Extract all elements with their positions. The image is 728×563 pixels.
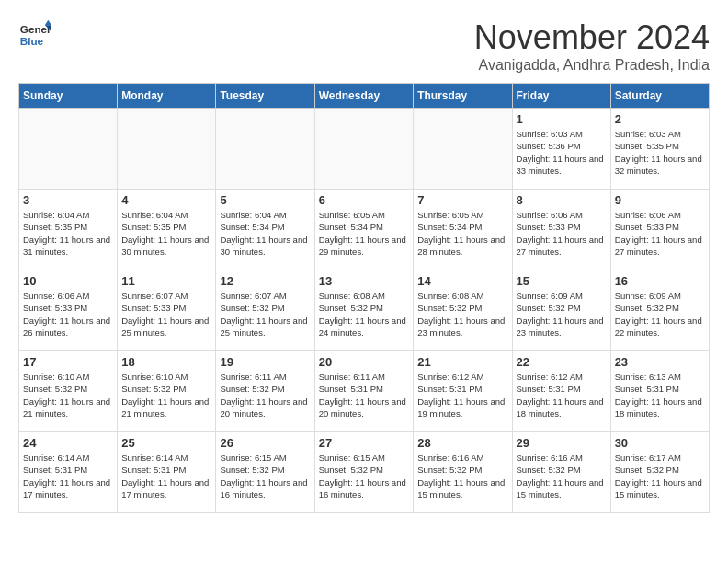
- calendar-cell: 17Sunrise: 6:10 AMSunset: 5:32 PMDayligh…: [19, 351, 118, 432]
- day-number: 18: [121, 355, 211, 369]
- calendar-cell: 16Sunrise: 6:09 AMSunset: 5:32 PMDayligh…: [610, 270, 709, 351]
- day-number: 28: [417, 436, 507, 450]
- calendar-week-1: 1Sunrise: 6:03 AMSunset: 5:36 PMDaylight…: [19, 109, 710, 190]
- day-number: 9: [615, 193, 705, 207]
- day-number: 8: [517, 193, 607, 207]
- weekday-header-tuesday: Tuesday: [216, 84, 314, 109]
- calendar-cell: 11Sunrise: 6:07 AMSunset: 5:33 PMDayligh…: [118, 270, 216, 351]
- day-info: Sunrise: 6:11 AMSunset: 5:31 PMDaylight:…: [319, 371, 410, 419]
- day-number: 12: [220, 274, 310, 288]
- day-info: Sunrise: 6:14 AMSunset: 5:31 PMDaylight:…: [23, 452, 113, 500]
- calendar-cell: 7Sunrise: 6:05 AMSunset: 5:34 PMDaylight…: [414, 190, 512, 270]
- day-number: 24: [23, 436, 113, 450]
- day-number: 22: [517, 355, 607, 369]
- calendar-cell: 20Sunrise: 6:11 AMSunset: 5:31 PMDayligh…: [314, 351, 414, 432]
- calendar-cell: 15Sunrise: 6:09 AMSunset: 5:32 PMDayligh…: [512, 270, 610, 351]
- day-info: Sunrise: 6:15 AMSunset: 5:32 PMDaylight:…: [319, 452, 410, 500]
- day-number: 6: [319, 193, 410, 207]
- calendar-week-5: 24Sunrise: 6:14 AMSunset: 5:31 PMDayligh…: [19, 432, 710, 513]
- calendar-cell: 1Sunrise: 6:03 AMSunset: 5:36 PMDaylight…: [512, 109, 610, 190]
- day-info: Sunrise: 6:04 AMSunset: 5:34 PMDaylight:…: [220, 209, 310, 258]
- calendar-cell: 12Sunrise: 6:07 AMSunset: 5:32 PMDayligh…: [216, 270, 314, 351]
- day-number: 10: [23, 274, 113, 288]
- day-number: 3: [23, 193, 113, 207]
- day-number: 1: [517, 112, 607, 126]
- day-number: 23: [615, 355, 705, 369]
- weekday-header-thursday: Thursday: [414, 84, 512, 109]
- calendar-cell: 19Sunrise: 6:11 AMSunset: 5:32 PMDayligh…: [216, 351, 314, 432]
- calendar-cell: 21Sunrise: 6:12 AMSunset: 5:31 PMDayligh…: [414, 351, 512, 432]
- weekday-header-saturday: Saturday: [610, 84, 709, 109]
- calendar-cell: 10Sunrise: 6:06 AMSunset: 5:33 PMDayligh…: [19, 270, 118, 351]
- day-number: 5: [220, 193, 310, 207]
- day-number: 20: [319, 355, 410, 369]
- day-info: Sunrise: 6:16 AMSunset: 5:32 PMDaylight:…: [517, 452, 607, 500]
- day-number: 25: [121, 436, 211, 450]
- day-info: Sunrise: 6:15 AMSunset: 5:32 PMDaylight:…: [220, 452, 310, 500]
- calendar-cell: 2Sunrise: 6:03 AMSunset: 5:35 PMDaylight…: [610, 109, 709, 190]
- day-info: Sunrise: 6:10 AMSunset: 5:32 PMDaylight:…: [121, 371, 211, 419]
- day-number: 11: [121, 274, 211, 288]
- day-number: 29: [517, 436, 607, 450]
- day-info: Sunrise: 6:03 AMSunset: 5:35 PMDaylight:…: [615, 128, 705, 177]
- calendar-cell: 8Sunrise: 6:06 AMSunset: 5:33 PMDaylight…: [512, 190, 610, 270]
- calendar-cell: 23Sunrise: 6:13 AMSunset: 5:31 PMDayligh…: [610, 351, 709, 432]
- day-number: 13: [319, 274, 410, 288]
- calendar-cell: [19, 109, 118, 190]
- calendar-cell: 30Sunrise: 6:17 AMSunset: 5:32 PMDayligh…: [610, 432, 709, 513]
- day-info: Sunrise: 6:06 AMSunset: 5:33 PMDaylight:…: [23, 290, 113, 339]
- weekday-header-monday: Monday: [118, 84, 216, 109]
- day-info: Sunrise: 6:05 AMSunset: 5:34 PMDaylight:…: [417, 209, 507, 258]
- day-info: Sunrise: 6:07 AMSunset: 5:33 PMDaylight:…: [121, 290, 211, 339]
- day-info: Sunrise: 6:06 AMSunset: 5:33 PMDaylight:…: [615, 209, 705, 258]
- calendar-week-2: 3Sunrise: 6:04 AMSunset: 5:35 PMDaylight…: [19, 190, 710, 270]
- calendar-table: SundayMondayTuesdayWednesdayThursdayFrid…: [18, 83, 710, 513]
- day-info: Sunrise: 6:16 AMSunset: 5:32 PMDaylight:…: [417, 452, 507, 500]
- calendar-cell: [118, 109, 216, 190]
- title-area: November 2024 Avanigadda, Andhra Pradesh…: [474, 18, 710, 74]
- calendar-cell: 3Sunrise: 6:04 AMSunset: 5:35 PMDaylight…: [19, 190, 118, 270]
- day-info: Sunrise: 6:08 AMSunset: 5:32 PMDaylight:…: [319, 290, 410, 339]
- calendar-cell: 22Sunrise: 6:12 AMSunset: 5:31 PMDayligh…: [512, 351, 610, 432]
- calendar-cell: 28Sunrise: 6:16 AMSunset: 5:32 PMDayligh…: [414, 432, 512, 513]
- weekday-header-sunday: Sunday: [19, 84, 118, 109]
- calendar-cell: 27Sunrise: 6:15 AMSunset: 5:32 PMDayligh…: [314, 432, 414, 513]
- day-info: Sunrise: 6:03 AMSunset: 5:36 PMDaylight:…: [517, 128, 607, 177]
- day-number: 21: [417, 355, 507, 369]
- day-info: Sunrise: 6:12 AMSunset: 5:31 PMDaylight:…: [517, 371, 607, 419]
- day-number: 27: [319, 436, 410, 450]
- calendar-cell: 5Sunrise: 6:04 AMSunset: 5:34 PMDaylight…: [216, 190, 314, 270]
- day-number: 2: [615, 112, 705, 126]
- calendar-cell: 14Sunrise: 6:08 AMSunset: 5:32 PMDayligh…: [414, 270, 512, 351]
- header: General Blue November 2024 Avanigadda, A…: [18, 18, 710, 74]
- calendar-cell: 24Sunrise: 6:14 AMSunset: 5:31 PMDayligh…: [19, 432, 118, 513]
- day-number: 14: [417, 274, 507, 288]
- day-info: Sunrise: 6:10 AMSunset: 5:32 PMDaylight:…: [23, 371, 113, 419]
- month-title: November 2024: [474, 18, 710, 57]
- day-number: 16: [615, 274, 705, 288]
- location-subtitle: Avanigadda, Andhra Pradesh, India: [474, 57, 710, 74]
- calendar-cell: 25Sunrise: 6:14 AMSunset: 5:31 PMDayligh…: [118, 432, 216, 513]
- day-number: 19: [220, 355, 310, 369]
- day-info: Sunrise: 6:09 AMSunset: 5:32 PMDaylight:…: [615, 290, 705, 339]
- day-number: 15: [517, 274, 607, 288]
- day-number: 30: [615, 436, 705, 450]
- calendar-week-3: 10Sunrise: 6:06 AMSunset: 5:33 PMDayligh…: [19, 270, 710, 351]
- calendar-cell: 6Sunrise: 6:05 AMSunset: 5:34 PMDaylight…: [314, 190, 414, 270]
- weekday-header-wednesday: Wednesday: [314, 84, 414, 109]
- day-number: 4: [121, 193, 211, 207]
- calendar-cell: 26Sunrise: 6:15 AMSunset: 5:32 PMDayligh…: [216, 432, 314, 513]
- calendar-cell: 13Sunrise: 6:08 AMSunset: 5:32 PMDayligh…: [314, 270, 414, 351]
- logo: General Blue: [18, 18, 51, 52]
- calendar-week-4: 17Sunrise: 6:10 AMSunset: 5:32 PMDayligh…: [19, 351, 710, 432]
- weekday-header-row: SundayMondayTuesdayWednesdayThursdayFrid…: [19, 84, 710, 109]
- day-number: 26: [220, 436, 310, 450]
- day-number: 17: [23, 355, 113, 369]
- calendar-cell: [216, 109, 314, 190]
- calendar-cell: 29Sunrise: 6:16 AMSunset: 5:32 PMDayligh…: [512, 432, 610, 513]
- day-info: Sunrise: 6:09 AMSunset: 5:32 PMDaylight:…: [517, 290, 607, 339]
- calendar-cell: [314, 109, 414, 190]
- weekday-header-friday: Friday: [512, 84, 610, 109]
- logo-icon: General Blue: [18, 18, 51, 52]
- day-info: Sunrise: 6:04 AMSunset: 5:35 PMDaylight:…: [23, 209, 113, 258]
